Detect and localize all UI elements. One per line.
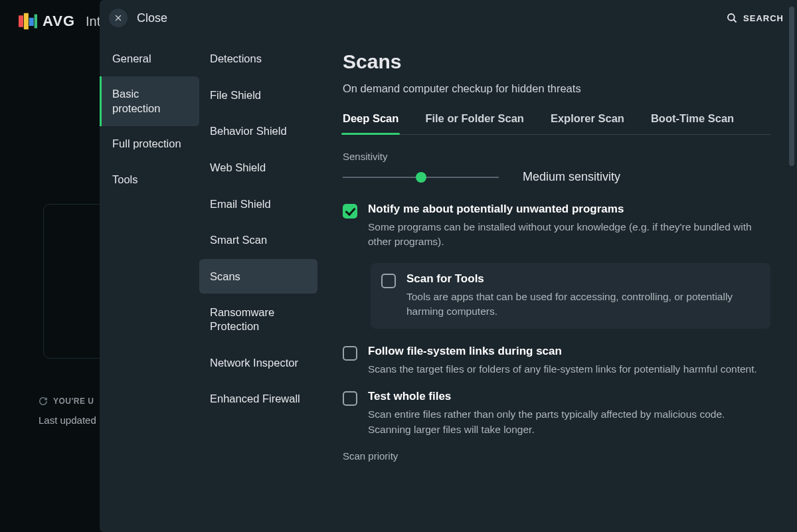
checkbox[interactable] xyxy=(381,274,396,288)
svg-rect-1 xyxy=(24,13,29,30)
brand-name: AVG xyxy=(43,13,75,30)
tab-explorer-scan[interactable]: Explorer Scan xyxy=(551,112,624,134)
option-title: Notify me about potentially unwanted pro… xyxy=(368,203,770,216)
option-notify-me-about-potentially-unwanted-pro: Notify me about potentially unwanted pro… xyxy=(343,203,770,250)
nav2-item-detections[interactable]: Detections xyxy=(199,41,317,76)
close-icon xyxy=(114,14,122,22)
checkbox[interactable] xyxy=(343,204,357,219)
avg-logo-icon xyxy=(19,12,37,31)
sensitivity-slider[interactable] xyxy=(343,171,499,183)
content-area: Scans On demand computer checkup for hid… xyxy=(323,36,797,532)
scan-tabs: Deep ScanFile or Folder ScanExplorer Sca… xyxy=(343,112,770,135)
svg-rect-3 xyxy=(35,15,37,29)
page-subtitle: On demand computer checkup for hidden th… xyxy=(343,82,770,95)
nav2-item-file-shield[interactable]: File Shield xyxy=(199,78,317,113)
last-updated-fragment: Last updated xyxy=(39,414,96,426)
nav2-item-ransomware-protection[interactable]: Ransomware Protection xyxy=(199,295,317,343)
nav2-item-scans[interactable]: Scans xyxy=(199,259,317,294)
product-name-fragment: Int xyxy=(86,14,100,29)
scan-priority-label: Scan priority xyxy=(343,450,770,462)
nav2-item-web-shield[interactable]: Web Shield xyxy=(199,150,317,185)
close-label: Close xyxy=(137,11,167,25)
status-line: YOU'RE U xyxy=(39,397,94,406)
nav1-item-tools[interactable]: Tools xyxy=(100,162,199,197)
tab-file-or-folder-scan[interactable]: File or Folder Scan xyxy=(425,112,524,134)
nav2-item-network-inspector[interactable]: Network Inspector xyxy=(199,345,317,381)
svg-rect-0 xyxy=(19,15,23,27)
option-follow-file-system-links-during-scan: Follow file-system links during scanScan… xyxy=(343,345,770,377)
settings-panel: Close SEARCH GeneralBasic protectionFull… xyxy=(100,0,797,532)
sensitivity-value: Medium sensitivity xyxy=(523,170,620,184)
nav1-item-full-protection[interactable]: Full protection xyxy=(100,126,199,161)
brand-logo: AVG Int xyxy=(19,12,100,31)
sub-option-scan-for-tools: Scan for ToolsTools are apps that can be… xyxy=(371,263,770,329)
panel-body: GeneralBasic protectionFull protectionTo… xyxy=(100,36,797,532)
content-scrollbar[interactable] xyxy=(789,36,794,166)
close-icon-wrap xyxy=(109,9,128,27)
option-title: Follow file-system links during scan xyxy=(368,345,770,358)
nav1-item-general[interactable]: General xyxy=(100,41,199,76)
svg-line-7 xyxy=(733,19,736,22)
sensitivity-label: Sensitivity xyxy=(343,151,770,162)
search-icon xyxy=(726,12,738,24)
option-desc: Tools are apps that can be used for acce… xyxy=(406,290,760,319)
status-text: YOU'RE U xyxy=(53,397,94,406)
nav2-item-behavior-shield[interactable]: Behavior Shield xyxy=(199,114,317,149)
slider-thumb[interactable] xyxy=(416,172,426,183)
checkbox[interactable] xyxy=(343,346,357,361)
search-label: SEARCH xyxy=(743,13,784,23)
option-desc: Scans the target files or folders of any… xyxy=(368,362,770,377)
page-title: Scans xyxy=(343,50,770,73)
checkbox[interactable] xyxy=(343,391,357,406)
option-desc: Scan entire files rather than only the p… xyxy=(368,407,770,437)
close-button[interactable]: Close xyxy=(109,9,167,27)
tab-boot-time-scan[interactable]: Boot-Time Scan xyxy=(651,112,734,134)
option-title: Scan for Tools xyxy=(406,272,760,286)
nav-primary: GeneralBasic protectionFull protectionTo… xyxy=(100,36,199,532)
panel-header: Close SEARCH xyxy=(100,0,797,36)
sensitivity-row: Medium sensitivity xyxy=(343,170,770,184)
refresh-icon xyxy=(39,397,48,406)
tab-deep-scan[interactable]: Deep Scan xyxy=(343,112,398,134)
nav1-item-basic-protection[interactable]: Basic protection xyxy=(100,76,199,126)
nav2-item-smart-scan[interactable]: Smart Scan xyxy=(199,222,317,258)
option-test-whole-files: Test whole filesScan entire files rather… xyxy=(343,390,770,437)
search-button[interactable]: SEARCH xyxy=(726,12,784,24)
nav2-item-email-shield[interactable]: Email Shield xyxy=(199,187,317,222)
nav-secondary: DetectionsFile ShieldBehavior ShieldWeb … xyxy=(199,36,323,532)
option-title: Test whole files xyxy=(368,390,770,403)
svg-rect-2 xyxy=(29,18,34,26)
nav2-item-enhanced-firewall[interactable]: Enhanced Firewall xyxy=(199,381,317,416)
option-desc: Some programs can be installed without y… xyxy=(368,220,770,250)
